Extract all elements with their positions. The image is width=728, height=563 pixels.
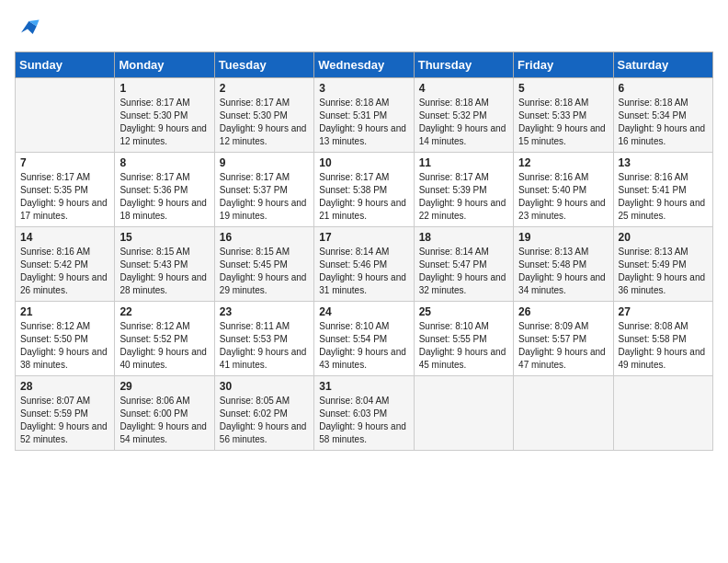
calendar-cell: 3Sunrise: 8:18 AMSunset: 5:31 PMDaylight… <box>314 78 414 153</box>
cell-details: Sunrise: 8:14 AMSunset: 5:46 PMDaylight:… <box>319 246 408 297</box>
cell-details: Sunrise: 8:16 AMSunset: 5:41 PMDaylight:… <box>619 171 708 223</box>
calendar-cell <box>414 376 513 451</box>
day-number: 30 <box>220 380 309 393</box>
day-number: 8 <box>119 156 209 169</box>
weekday-header-wednesday: Wednesday <box>314 52 414 78</box>
calendar-cell <box>16 78 115 153</box>
day-number: 4 <box>419 82 508 95</box>
calendar-week-5: 28Sunrise: 8:07 AMSunset: 5:59 PMDayligh… <box>16 376 713 451</box>
calendar-cell: 23Sunrise: 8:11 AMSunset: 5:53 PMDayligh… <box>214 302 313 376</box>
calendar-cell: 15Sunrise: 8:15 AMSunset: 5:43 PMDayligh… <box>115 227 214 302</box>
calendar-table: SundayMondayTuesdayWednesdayThursdayFrid… <box>15 52 713 451</box>
calendar-cell: 13Sunrise: 8:16 AMSunset: 5:41 PMDayligh… <box>613 153 712 227</box>
calendar-cell: 10Sunrise: 8:17 AMSunset: 5:38 PMDayligh… <box>314 153 414 227</box>
day-number: 22 <box>119 305 209 318</box>
cell-details: Sunrise: 8:11 AMSunset: 5:53 PMDaylight:… <box>220 320 309 372</box>
calendar-cell: 22Sunrise: 8:12 AMSunset: 5:52 PMDayligh… <box>115 302 214 376</box>
cell-details: Sunrise: 8:06 AMSunset: 6:00 PMDaylight:… <box>119 395 209 446</box>
calendar-cell: 16Sunrise: 8:15 AMSunset: 5:45 PMDayligh… <box>214 227 313 302</box>
cell-details: Sunrise: 8:17 AMSunset: 5:39 PMDaylight:… <box>419 171 508 223</box>
cell-details: Sunrise: 8:18 AMSunset: 5:31 PMDaylight:… <box>319 97 408 148</box>
cell-details: Sunrise: 8:18 AMSunset: 5:33 PMDaylight:… <box>518 97 608 148</box>
cell-details: Sunrise: 8:07 AMSunset: 5:59 PMDaylight:… <box>20 395 109 446</box>
cell-details: Sunrise: 8:17 AMSunset: 5:37 PMDaylight:… <box>220 171 309 223</box>
cell-details: Sunrise: 8:05 AMSunset: 6:02 PMDaylight:… <box>220 395 309 446</box>
cell-details: Sunrise: 8:08 AMSunset: 5:58 PMDaylight:… <box>619 320 708 372</box>
day-number: 31 <box>319 380 408 393</box>
calendar-cell: 14Sunrise: 8:16 AMSunset: 5:42 PMDayligh… <box>16 227 115 302</box>
weekday-header-monday: Monday <box>115 52 214 78</box>
day-number: 13 <box>619 156 708 169</box>
calendar-cell: 12Sunrise: 8:16 AMSunset: 5:40 PMDayligh… <box>514 153 613 227</box>
day-number: 1 <box>119 82 209 95</box>
calendar-cell: 24Sunrise: 8:10 AMSunset: 5:54 PMDayligh… <box>314 302 414 376</box>
page-header <box>15 15 713 40</box>
calendar-cell: 20Sunrise: 8:13 AMSunset: 5:49 PMDayligh… <box>613 227 712 302</box>
day-number: 20 <box>619 231 708 244</box>
day-number: 16 <box>220 231 309 244</box>
day-number: 25 <box>419 305 508 318</box>
cell-details: Sunrise: 8:14 AMSunset: 5:47 PMDaylight:… <box>419 246 508 297</box>
weekday-header-row: SundayMondayTuesdayWednesdayThursdayFrid… <box>16 52 713 78</box>
logo <box>15 15 44 40</box>
cell-details: Sunrise: 8:15 AMSunset: 5:45 PMDaylight:… <box>220 246 309 297</box>
cell-details: Sunrise: 8:13 AMSunset: 5:48 PMDaylight:… <box>518 246 608 297</box>
day-number: 18 <box>419 231 508 244</box>
calendar-cell: 17Sunrise: 8:14 AMSunset: 5:46 PMDayligh… <box>314 227 414 302</box>
calendar-week-4: 21Sunrise: 8:12 AMSunset: 5:50 PMDayligh… <box>16 302 713 376</box>
cell-details: Sunrise: 8:17 AMSunset: 5:30 PMDaylight:… <box>119 97 209 148</box>
calendar-body: 1Sunrise: 8:17 AMSunset: 5:30 PMDaylight… <box>16 78 713 451</box>
calendar-cell: 30Sunrise: 8:05 AMSunset: 6:02 PMDayligh… <box>214 376 313 451</box>
calendar-week-3: 14Sunrise: 8:16 AMSunset: 5:42 PMDayligh… <box>16 227 713 302</box>
calendar-cell: 1Sunrise: 8:17 AMSunset: 5:30 PMDaylight… <box>115 78 214 153</box>
calendar-cell: 31Sunrise: 8:04 AMSunset: 6:03 PMDayligh… <box>314 376 414 451</box>
cell-details: Sunrise: 8:18 AMSunset: 5:34 PMDaylight:… <box>619 97 708 148</box>
calendar-cell: 7Sunrise: 8:17 AMSunset: 5:35 PMDaylight… <box>16 153 115 227</box>
day-number: 19 <box>518 231 608 244</box>
day-number: 14 <box>20 231 109 244</box>
day-number: 28 <box>20 380 109 393</box>
calendar-cell: 27Sunrise: 8:08 AMSunset: 5:58 PMDayligh… <box>613 302 712 376</box>
day-number: 29 <box>119 380 209 393</box>
day-number: 5 <box>518 82 608 95</box>
cell-details: Sunrise: 8:17 AMSunset: 5:35 PMDaylight:… <box>20 171 109 223</box>
calendar-cell: 9Sunrise: 8:17 AMSunset: 5:37 PMDaylight… <box>214 153 313 227</box>
calendar-cell: 4Sunrise: 8:18 AMSunset: 5:32 PMDaylight… <box>414 78 513 153</box>
cell-details: Sunrise: 8:13 AMSunset: 5:49 PMDaylight:… <box>619 246 708 297</box>
day-number: 17 <box>319 231 408 244</box>
day-number: 2 <box>220 82 309 95</box>
calendar-cell: 26Sunrise: 8:09 AMSunset: 5:57 PMDayligh… <box>514 302 613 376</box>
weekday-header-sunday: Sunday <box>16 52 115 78</box>
calendar-cell: 8Sunrise: 8:17 AMSunset: 5:36 PMDaylight… <box>115 153 214 227</box>
day-number: 10 <box>319 156 408 169</box>
day-number: 15 <box>119 231 209 244</box>
day-number: 24 <box>319 305 408 318</box>
cell-details: Sunrise: 8:04 AMSunset: 6:03 PMDaylight:… <box>319 395 408 446</box>
calendar-cell: 25Sunrise: 8:10 AMSunset: 5:55 PMDayligh… <box>414 302 513 376</box>
calendar-week-2: 7Sunrise: 8:17 AMSunset: 5:35 PMDaylight… <box>16 153 713 227</box>
logo-icon <box>15 15 40 40</box>
day-number: 12 <box>518 156 608 169</box>
calendar-cell: 18Sunrise: 8:14 AMSunset: 5:47 PMDayligh… <box>414 227 513 302</box>
cell-details: Sunrise: 8:17 AMSunset: 5:38 PMDaylight:… <box>319 171 408 223</box>
day-number: 7 <box>20 156 109 169</box>
cell-details: Sunrise: 8:12 AMSunset: 5:50 PMDaylight:… <box>20 320 109 372</box>
day-number: 9 <box>220 156 309 169</box>
day-number: 27 <box>619 305 708 318</box>
calendar-cell: 28Sunrise: 8:07 AMSunset: 5:59 PMDayligh… <box>16 376 115 451</box>
cell-details: Sunrise: 8:15 AMSunset: 5:43 PMDaylight:… <box>119 246 209 297</box>
calendar-cell: 5Sunrise: 8:18 AMSunset: 5:33 PMDaylight… <box>514 78 613 153</box>
weekday-header-thursday: Thursday <box>414 52 513 78</box>
day-number: 6 <box>619 82 708 95</box>
calendar-cell: 6Sunrise: 8:18 AMSunset: 5:34 PMDaylight… <box>613 78 712 153</box>
cell-details: Sunrise: 8:10 AMSunset: 5:55 PMDaylight:… <box>419 320 508 372</box>
weekday-header-tuesday: Tuesday <box>214 52 313 78</box>
day-number: 26 <box>518 305 608 318</box>
day-number: 11 <box>419 156 508 169</box>
calendar-cell <box>514 376 613 451</box>
calendar-week-1: 1Sunrise: 8:17 AMSunset: 5:30 PMDaylight… <box>16 78 713 153</box>
cell-details: Sunrise: 8:10 AMSunset: 5:54 PMDaylight:… <box>319 320 408 372</box>
calendar-cell: 11Sunrise: 8:17 AMSunset: 5:39 PMDayligh… <box>414 153 513 227</box>
cell-details: Sunrise: 8:18 AMSunset: 5:32 PMDaylight:… <box>419 97 508 148</box>
cell-details: Sunrise: 8:12 AMSunset: 5:52 PMDaylight:… <box>119 320 209 372</box>
